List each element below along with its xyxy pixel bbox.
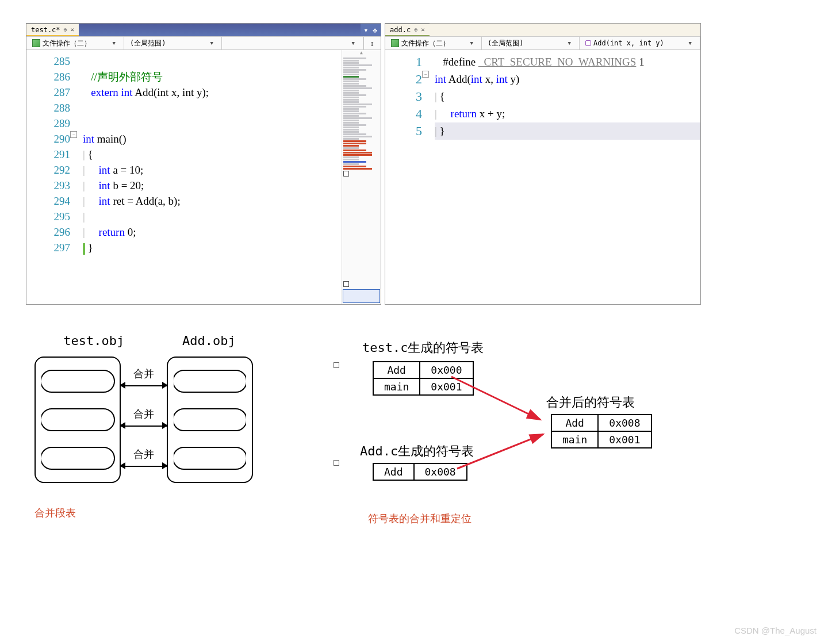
selection-handle: [334, 362, 339, 368]
segment: [40, 447, 115, 470]
merge-segment-diagram: test.obj Add.obj 合并 合并 合并 合并段表: [34, 334, 264, 348]
gutter-left: 285 286 287 288 289 290 291 292 293 294 …: [26, 50, 77, 304]
pin-icon[interactable]: ⊕: [64, 26, 67, 33]
merge-arrow-icon: [448, 374, 552, 431]
merge-connector: [121, 466, 167, 467]
nav-scope-2[interactable]: (全局范围) ▼: [482, 37, 580, 49]
code-area-right[interactable]: 1 2 3 4 5 #define _CRT_SECURE_NO_WARNING…: [385, 50, 700, 304]
editor-pane-left: test.c* ⊕ ✕ ▾ ✥ 文件操作（二） ▼ (全局范围) ▼ ▼ ↕: [26, 23, 381, 305]
arrow-right-icon: [162, 422, 168, 429]
nav-scope-label: 文件操作（二）: [401, 39, 450, 48]
nav-scope-2[interactable]: (全局范围) ▼: [124, 37, 222, 49]
tab-fill: [430, 24, 700, 36]
fold-toggle[interactable]: −: [70, 131, 77, 138]
arrow-right-icon: [162, 462, 168, 469]
nav-scope2-label: (全局范围): [130, 39, 166, 48]
segment: [172, 447, 247, 470]
cpp-icon: [32, 39, 40, 47]
close-icon[interactable]: ✕: [421, 26, 425, 33]
nav-bar-right: 文件操作（二） ▼ (全局范围) ▼ Add(int x, int y) ▼: [385, 36, 700, 50]
tab-fill: [79, 24, 360, 36]
chevron-down-icon: ▼: [470, 40, 473, 46]
nav-scope-1[interactable]: 文件操作（二） ▼: [26, 37, 124, 49]
tab-label: add.c: [390, 26, 411, 34]
nav-bar-left: 文件操作（二） ▼ (全局范围) ▼ ▼ ↕: [26, 36, 381, 50]
sym-table-merged: Add0x008 main0x001: [551, 414, 652, 448]
sym-table-add: Add0x008: [373, 463, 467, 481]
minimap[interactable]: ▲: [342, 50, 381, 304]
merge-label: 合并: [128, 407, 160, 421]
merge-connector: [121, 385, 167, 386]
fold-toggle[interactable]: −: [422, 71, 429, 78]
split-icon[interactable]: ↕: [363, 37, 381, 49]
merge-label: 合并: [128, 367, 160, 381]
merge-label: 合并: [128, 447, 160, 461]
merge-arrow-icon: [454, 428, 552, 474]
arrow-left-icon: [120, 422, 125, 429]
segment: [40, 370, 115, 393]
gutter-right: 1 2 3 4 5: [385, 50, 429, 304]
minimap-viewport[interactable]: [343, 289, 380, 303]
arrow-left-icon: [120, 462, 125, 469]
close-icon[interactable]: ✕: [71, 26, 75, 33]
nav-scope-label: 文件操作（二）: [43, 39, 91, 48]
tab-test-c[interactable]: test.c* ⊕ ✕: [26, 24, 79, 36]
selection-handle: [334, 460, 339, 466]
merge-caption: 合并段表: [34, 506, 76, 520]
segment: [172, 370, 247, 393]
chevron-down-icon: ▼: [568, 40, 571, 46]
obj-label-test: test.obj: [63, 334, 124, 348]
code-content-right[interactable]: #define _CRT_SECURE_NO_WARNINGS 1 −int A…: [429, 50, 700, 304]
test-obj-box: [34, 356, 121, 483]
merge-connector: [121, 425, 167, 427]
nav-scope-1[interactable]: 文件操作（二） ▼: [385, 37, 482, 49]
sym-title-merged: 合并后的符号表: [546, 394, 635, 411]
tab-label: test.c*: [31, 26, 60, 34]
add-obj-box: [167, 356, 253, 483]
tab-overflow[interactable]: ▾ ✥: [361, 24, 381, 36]
tab-bar-right: add.c ⊕ ✕: [385, 24, 700, 36]
nav-scope3-label: Add(int x, int y): [593, 39, 664, 47]
nav-scope2-label: (全局范围): [488, 39, 523, 48]
arrow-right-icon: [162, 382, 168, 389]
nav-scope-3[interactable]: Add(int x, int y) ▼: [580, 37, 700, 49]
segment: [40, 408, 115, 431]
code-area-left[interactable]: 285 286 287 288 289 290 291 292 293 294 …: [26, 50, 381, 304]
code-content-left[interactable]: //声明外部符号 extern int Add(int x, int y); −…: [77, 50, 381, 304]
method-icon: [585, 40, 591, 46]
minimap-handle-2[interactable]: [343, 281, 349, 287]
watermark: CSDN @The_August: [734, 626, 816, 635]
tab-bar-left: test.c* ⊕ ✕ ▾ ✥: [26, 24, 381, 36]
svg-line-0: [451, 377, 540, 420]
chevron-down-icon: ▼: [689, 40, 692, 46]
obj-label-add: Add.obj: [182, 334, 236, 348]
pin-icon[interactable]: ⊕: [414, 26, 417, 33]
segment: [172, 408, 247, 431]
cpp-icon: [391, 39, 399, 47]
symbol-caption: 符号表的合并和重定位: [368, 512, 471, 526]
chevron-down-icon: ▼: [113, 40, 116, 46]
chevron-down-icon: ▼: [352, 40, 355, 46]
tab-add-c[interactable]: add.c ⊕ ✕: [385, 24, 430, 36]
minimap-handle[interactable]: [343, 171, 349, 177]
arrow-left-icon: [120, 382, 125, 389]
editor-pane-right: add.c ⊕ ✕ 文件操作（二） ▼ (全局范围) ▼ Add(int x, …: [385, 23, 701, 305]
nav-scope-3[interactable]: ▼: [222, 37, 363, 49]
scroll-up-icon[interactable]: ▲: [342, 50, 381, 55]
sym-title-test: test.c生成的符号表: [362, 339, 484, 356]
svg-line-1: [457, 434, 543, 469]
chevron-down-icon: ▼: [210, 40, 213, 46]
